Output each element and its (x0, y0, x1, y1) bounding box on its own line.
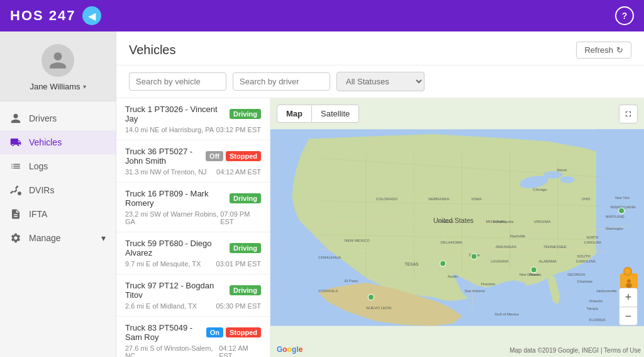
svg-text:ALABAMA: ALABAMA (538, 259, 557, 263)
vehicle-map-area: Truck 1 PT3026 - Vincent Jay Driving 14.… (116, 98, 644, 357)
filters-bar: All Statuses Driving Stopped Off Duty (116, 65, 644, 98)
dvirs-label: DVIRs (29, 185, 54, 195)
sidebar-item-vehicles[interactable]: Vehicles (0, 130, 116, 154)
svg-text:NEBRASKA: NEBRASKA (428, 196, 450, 201)
logs-label: Logs (29, 161, 48, 171)
zoom-out-button[interactable]: − (619, 307, 638, 326)
status-badge: Stopped (226, 151, 261, 161)
content-header: Vehicles Refresh ↻ (116, 31, 644, 65)
vehicles-label: Vehicles (29, 137, 62, 147)
list-item[interactable]: Truck 59 PT680 - Diego Alvarez Driving 9… (116, 232, 270, 275)
ifta-label: IFTA (29, 209, 47, 219)
map-background: Chicago Detroit OHIO PENNSYLVANIA New Yo… (270, 98, 644, 357)
svg-text:Orlando: Orlando (589, 298, 602, 303)
status-filter-select[interactable]: All Statuses Driving Stopped Off Duty (336, 72, 425, 91)
main-layout: Jane Williams ▾ Drivers Vehicles (0, 31, 644, 357)
user-section: Jane Williams ▾ (0, 31, 116, 101)
svg-text:ARKANSAS: ARKANSAS (496, 244, 516, 249)
status-badge: Stopped (226, 327, 261, 337)
svg-text:Jacksonville: Jacksonville (596, 288, 617, 293)
svg-text:Houston: Houston (481, 281, 496, 286)
nav-items: Drivers Vehicles Logs DVIRs (0, 101, 116, 255)
map-fullscreen-button[interactable] (619, 105, 638, 123)
list-item[interactable]: Truck 36 PT5027 - John Smith Off Stopped… (116, 140, 270, 183)
user-name-button[interactable]: Jane Williams ▾ (30, 82, 86, 91)
svg-text:Gulf of Mexico: Gulf of Mexico (494, 312, 519, 316)
page-title: Vehicles (129, 43, 176, 57)
svg-point-3 (560, 176, 575, 183)
map-tab-map[interactable]: Map (277, 105, 311, 123)
status-badge: Off (206, 151, 223, 161)
svg-point-57 (471, 254, 477, 259)
list-item[interactable]: Truck 97 PT12 - Bogdan Titov Driving 2.6… (116, 275, 270, 317)
refresh-button[interactable]: Refresh ↻ (576, 42, 631, 59)
list-item[interactable]: Truck 1 PT3026 - Vincent Jay Driving 14.… (116, 98, 270, 140)
person-icon (10, 113, 21, 124)
svg-text:NUEVO LEON: NUEVO LEON (366, 305, 391, 310)
svg-text:VIRGINIA: VIRGINIA (534, 219, 552, 224)
status-badge: Driving (230, 243, 261, 253)
status-badge: Driving (230, 109, 261, 119)
map-tab-controls: Map Satellite (277, 105, 359, 123)
sidebar-item-manage[interactable]: Manage ▾ (0, 226, 116, 250)
vehicle-list: Truck 1 PT3026 - Vincent Jay Driving 14.… (116, 98, 270, 357)
svg-text:NORTH: NORTH (587, 235, 599, 239)
sidebar-item-logs[interactable]: Logs (0, 154, 116, 178)
svg-text:Nashville: Nashville (510, 234, 526, 238)
status-badge: On (206, 327, 223, 337)
svg-text:NEW MEXICO: NEW MEXICO (345, 238, 370, 242)
svg-text:TENNESSEE: TENNESSEE (543, 244, 567, 249)
svg-text:GEORGIA: GEORGIA (567, 272, 586, 276)
svg-text:TEXAS: TEXAS (404, 262, 419, 266)
svg-text:LOUISIANA: LOUISIANA (491, 259, 509, 263)
map-tab-satellite[interactable]: Satellite (311, 105, 359, 123)
map-attribution: Map data ©2019 Google, INEGI | Terms of … (509, 347, 641, 354)
svg-text:Austin: Austin (448, 274, 458, 278)
svg-point-2 (543, 171, 562, 179)
svg-text:Detroit: Detroit (557, 168, 567, 172)
sidebar-item-drivers[interactable]: Drivers (0, 106, 116, 130)
top-header: HOS 247 ◀ ? (0, 0, 644, 31)
document-icon (10, 208, 21, 220)
svg-text:FLORIDA: FLORIDA (589, 317, 606, 322)
svg-text:COAHUILA: COAHUILA (318, 288, 338, 293)
svg-text:CAROLINA: CAROLINA (584, 241, 602, 244)
svg-text:United States: United States (433, 217, 474, 224)
sidebar-item-ifta[interactable]: IFTA (0, 202, 116, 226)
svg-text:CAROLINA: CAROLINA (576, 259, 596, 263)
header-left: HOS 247 ◀ (10, 6, 101, 25)
svg-text:Charlotte: Charlotte (577, 279, 592, 283)
svg-point-58 (440, 261, 446, 266)
svg-text:IOWA: IOWA (472, 196, 482, 201)
status-badge: Driving (230, 285, 261, 295)
svg-point-59 (531, 267, 536, 273)
manage-label: Manage (29, 233, 61, 243)
sidebar-item-dvirs[interactable]: DVIRs (0, 178, 116, 202)
help-button[interactable]: ? (615, 6, 634, 25)
map-area: Chicago Detroit OHIO PENNSYLVANIA New Yo… (270, 98, 644, 357)
zoom-in-button[interactable]: + (619, 288, 638, 307)
svg-text:Tampa: Tampa (587, 306, 599, 310)
svg-point-60 (619, 208, 625, 213)
svg-text:SOUTH: SOUTH (577, 254, 590, 258)
content-area: Vehicles Refresh ↻ All Statuses Driving … (116, 31, 644, 357)
fullscreen-icon (624, 110, 633, 118)
refresh-icon: ↻ (616, 45, 623, 55)
search-vehicle-input[interactable] (129, 72, 226, 91)
back-button[interactable]: ◀ (82, 6, 101, 25)
svg-text:Chicago: Chicago (533, 187, 547, 191)
list-icon (10, 161, 21, 172)
manage-expand-icon: ▾ (101, 233, 106, 243)
svg-text:San Antonio: San Antonio (464, 288, 485, 293)
svg-text:MARYLAND: MARYLAND (606, 215, 625, 218)
svg-text:Washington: Washington (606, 227, 623, 230)
svg-text:OKLAHOMA: OKLAHOMA (440, 240, 462, 244)
list-item[interactable]: Truck 16 PT809 - Mark Romery Driving 23.… (116, 183, 270, 232)
svg-point-61 (368, 294, 374, 300)
truck-icon (10, 137, 21, 148)
svg-text:OHIO: OHIO (582, 197, 591, 201)
google-logo: Google (277, 345, 303, 354)
list-item[interactable]: Truck 83 PT5049 - Sam Roy On Stopped 27.… (116, 317, 270, 357)
avatar-icon (48, 50, 68, 71)
search-driver-input[interactable] (233, 72, 330, 91)
